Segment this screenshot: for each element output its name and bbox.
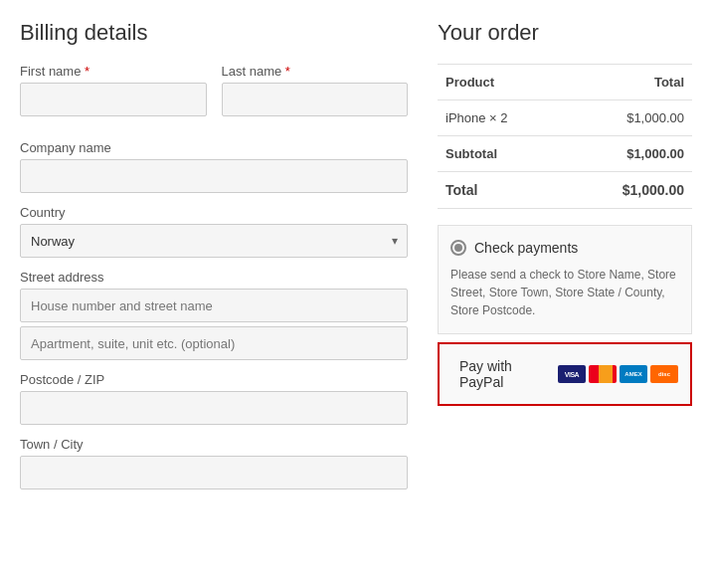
check-payment-label: Check payments — [474, 240, 578, 256]
check-payment-option: Check payments Please send a check to St… — [438, 225, 692, 334]
company-name-input[interactable] — [20, 159, 408, 193]
col-total: Total — [565, 65, 692, 100]
paypal-payment-header: Pay with PayPal VISA AMEX disc — [451, 358, 678, 390]
first-name-required: * — [85, 64, 89, 79]
company-name-group: Company name — [20, 140, 408, 193]
check-payment-radio[interactable] — [450, 240, 466, 256]
country-group: Country Norway — [20, 205, 408, 258]
last-name-required: * — [285, 64, 290, 79]
subtotal-row: Subtotal $1,000.00 — [438, 136, 692, 172]
town-group: Town / City — [20, 437, 408, 490]
total-row: Total $1,000.00 — [438, 172, 692, 209]
last-name-label: Last name * — [222, 64, 409, 79]
mastercard-icon — [589, 365, 617, 383]
first-name-label: First name * — [20, 64, 207, 79]
first-name-group: First name * — [20, 64, 207, 116]
town-input[interactable] — [20, 456, 408, 490]
street-address-input2[interactable] — [20, 326, 408, 360]
subtotal-value: $1,000.00 — [565, 136, 692, 172]
street-address-input1[interactable] — [20, 289, 408, 322]
country-label: Country — [20, 205, 408, 220]
subtotal-label: Subtotal — [438, 136, 565, 172]
street-address-label: Street address — [20, 270, 408, 285]
town-label: Town / City — [20, 437, 408, 452]
country-select[interactable]: Norway — [20, 224, 408, 258]
postcode-input[interactable] — [20, 391, 408, 425]
country-select-wrapper: Norway — [20, 224, 408, 258]
street-address-group: Street address — [20, 270, 408, 360]
order-title: Your order — [438, 20, 692, 46]
total-label: Total — [438, 172, 565, 209]
last-name-input[interactable] — [222, 83, 409, 116]
col-product: Product — [438, 65, 565, 100]
order-table-header: Product Total — [438, 65, 692, 100]
postcode-group: Postcode / ZIP — [20, 372, 408, 425]
first-name-input[interactable] — [20, 83, 207, 116]
check-payment-header: Check payments — [450, 240, 679, 256]
payment-cards: VISA AMEX disc — [558, 365, 678, 383]
product-total: $1,000.00 — [565, 100, 692, 136]
company-name-label: Company name — [20, 140, 408, 155]
billing-section: Billing details First name * Last name *… — [20, 20, 408, 501]
paypal-payment-option[interactable]: Pay with PayPal VISA AMEX disc — [438, 342, 692, 406]
paypal-left: Pay with PayPal — [451, 358, 558, 390]
visa-icon: VISA — [558, 365, 586, 383]
last-name-group: Last name * — [222, 64, 409, 116]
paypal-label: Pay with PayPal — [459, 358, 558, 390]
table-row: iPhone × 2 $1,000.00 — [438, 100, 692, 136]
order-table: Product Total iPhone × 2 $1,000.00 Subto… — [438, 64, 692, 209]
total-value: $1,000.00 — [565, 172, 692, 209]
amex-icon: AMEX — [620, 365, 647, 383]
check-payment-description: Please send a check to Store Name, Store… — [450, 266, 679, 319]
billing-title: Billing details — [20, 20, 408, 46]
product-name: iPhone × 2 — [438, 100, 565, 136]
discover-icon: disc — [650, 365, 678, 383]
postcode-label: Postcode / ZIP — [20, 372, 408, 387]
order-section: Your order Product Total iPhone × 2 $1,0… — [438, 20, 692, 501]
